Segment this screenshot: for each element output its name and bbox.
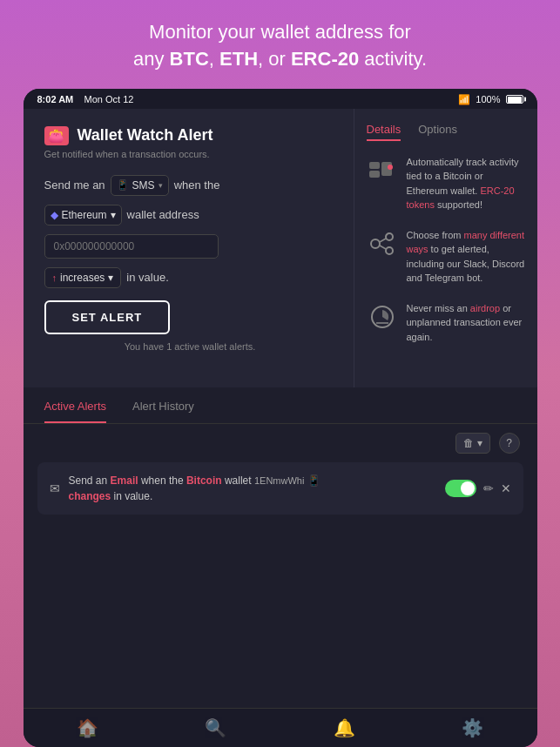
alert-when-text: when the xyxy=(138,474,186,487)
battery-bar xyxy=(506,95,523,104)
header-erc20: ERC-20 xyxy=(291,48,359,70)
alert-controls: ✏ ✕ xyxy=(445,480,511,497)
left-panel: Wallet Watch Alert Get notified when a t… xyxy=(24,109,354,387)
email-icon: ✉ xyxy=(50,481,60,495)
send-label: Send me an xyxy=(44,178,105,192)
wifi-icon: 📶 xyxy=(458,94,470,105)
nav-search[interactable]: 🔍 xyxy=(205,717,226,738)
delete-toolbar-btn[interactable]: 🗑 ▾ xyxy=(455,433,490,454)
airdrop-link[interactable]: airdrop xyxy=(470,303,500,313)
header-comma2: , or xyxy=(258,48,291,70)
active-alerts-text: You have 1 active wallet alerts. xyxy=(44,341,336,352)
app-subtitle: Get notified when a transaction occurs. xyxy=(44,149,336,159)
alert-icon-inline: 📱 xyxy=(307,474,320,487)
feature-item-1: Automatically track activity tied to a B… xyxy=(367,155,525,212)
alert-delete-btn[interactable]: ✕ xyxy=(501,481,511,495)
alert-item-text: Send an Email when the Bitcoin wallet 1E… xyxy=(69,473,436,504)
tab-alert-history[interactable]: Alert History xyxy=(132,400,194,423)
svg-rect-1 xyxy=(369,171,380,178)
bottom-nav: 🏠 🔍 🔔 ⚙️ xyxy=(24,708,537,747)
form-row-1: Send me an 📱 SMS ▾ when the xyxy=(44,175,336,196)
increases-select[interactable]: ↑ increases ▾ xyxy=(44,267,122,288)
battery-fill xyxy=(508,97,522,103)
feature-item-2: Choose from many different ways to get a… xyxy=(367,228,525,286)
alert-edit-btn[interactable]: ✏ xyxy=(483,481,494,495)
alert-changes-label: changes xyxy=(69,490,111,502)
header-line2-prefix: any xyxy=(133,48,170,70)
increases-chevron: ▾ xyxy=(108,272,113,284)
app-title: Wallet Watch Alert xyxy=(78,126,213,145)
svg-point-5 xyxy=(386,233,393,240)
header-suffix: activity. xyxy=(359,48,427,70)
svg-rect-0 xyxy=(369,162,380,169)
header-comma1: , xyxy=(209,48,219,70)
when-the-label: when the xyxy=(174,178,220,192)
eth-option-label: Ethereum xyxy=(62,209,107,221)
alert-item: ✉ Send an Email when the Bitcoin wallet … xyxy=(37,462,523,515)
right-panel: Details Options Automatically track acti xyxy=(354,109,537,387)
status-bar: 8:02 AM Mon Oct 12 📶 100% xyxy=(24,89,537,109)
lower-panel: Active Alerts Alert History 🗑 ▾ ? ✉ Send… xyxy=(24,387,537,708)
delete-icon: 🗑 xyxy=(463,437,474,449)
status-date: Mon Oct 12 xyxy=(84,94,134,104)
sms-icon: 📱 xyxy=(117,179,129,191)
tab-active-alerts[interactable]: Active Alerts xyxy=(44,400,107,423)
feature-text-1: Automatically track activity tied to a B… xyxy=(407,155,525,212)
alert-toggle[interactable] xyxy=(445,480,476,497)
alert-address: 1ENmwWhi xyxy=(254,475,304,486)
eth-diamond-icon: ◆ xyxy=(51,209,58,221)
alert-email-label: Email xyxy=(111,474,138,487)
nav-home[interactable]: 🏠 xyxy=(77,717,98,738)
header-btc: BTC xyxy=(170,48,209,70)
eth-chevron: ▾ xyxy=(111,209,116,221)
svg-line-8 xyxy=(380,246,386,249)
battery-percent: 100% xyxy=(476,94,500,104)
svg-point-4 xyxy=(371,239,380,248)
svg-line-7 xyxy=(380,239,386,242)
wallet-address-label: wallet address xyxy=(127,208,199,221)
status-time: 8:02 AM xyxy=(37,94,74,104)
header-line1: Monitor your wallet address for xyxy=(149,21,411,43)
erc20-link[interactable]: ERC-20 tokens xyxy=(407,185,515,211)
device-frame: 8:02 AM Mon Oct 12 📶 100% Wallet Watch A… xyxy=(24,89,537,747)
feature-icon-btc-eth xyxy=(367,155,398,186)
tab-details[interactable]: Details xyxy=(367,123,401,141)
app-content: Wallet Watch Alert Get notified when a t… xyxy=(24,109,537,747)
lower-tabs: Active Alerts Alert History xyxy=(24,387,537,424)
app-title-row: Wallet Watch Alert xyxy=(44,126,336,145)
wallet-icon xyxy=(44,126,69,145)
feature-icon-chart xyxy=(367,301,398,333)
in-value-label: in value. xyxy=(126,271,168,284)
eth-select[interactable]: ◆ Ethereum ▾ xyxy=(44,205,122,225)
upper-panel: Wallet Watch Alert Get notified when a t… xyxy=(24,109,537,387)
tab-options[interactable]: Options xyxy=(418,123,457,141)
ways-link[interactable]: many different ways xyxy=(407,230,525,255)
form-row-3 xyxy=(44,234,336,259)
feature-text-3: Never miss an airdrop or unplanned trans… xyxy=(407,301,525,345)
sms-select[interactable]: 📱 SMS ▾ xyxy=(111,175,169,196)
nav-alerts[interactable]: 🔔 xyxy=(334,717,355,738)
svg-point-3 xyxy=(388,165,393,170)
header-eth: ETH xyxy=(219,48,258,70)
set-alert-button[interactable]: SET ALERT xyxy=(44,300,171,334)
help-button[interactable]: ? xyxy=(499,433,520,454)
delete-chevron: ▾ xyxy=(477,437,482,449)
alerts-toolbar: 🗑 ▾ ? xyxy=(24,424,537,462)
increases-label: increases xyxy=(60,272,105,284)
feature-icon-ways xyxy=(367,228,398,259)
form-row-2: ◆ Ethereum ▾ wallet address xyxy=(44,205,336,225)
alert-bitcoin-label: Bitcoin xyxy=(186,474,222,487)
details-tabs: Details Options xyxy=(367,123,525,141)
feature-text-2: Choose from many different ways to get a… xyxy=(407,228,525,286)
sms-option-label: SMS xyxy=(132,179,155,192)
status-right: 📶 100% xyxy=(458,94,523,105)
status-time-date: 8:02 AM Mon Oct 12 xyxy=(37,94,134,104)
form-row-4: ↑ increases ▾ in value. xyxy=(44,267,336,288)
address-input[interactable] xyxy=(44,234,219,259)
feature-item-3: Never miss an airdrop or unplanned trans… xyxy=(367,301,525,345)
sms-chevron: ▾ xyxy=(159,181,163,190)
alert-wallet-text: wallet xyxy=(222,474,254,487)
nav-settings[interactable]: ⚙️ xyxy=(462,717,483,738)
alert-in-value-text: in value. xyxy=(111,490,152,502)
up-arrow-icon: ↑ xyxy=(52,273,57,283)
